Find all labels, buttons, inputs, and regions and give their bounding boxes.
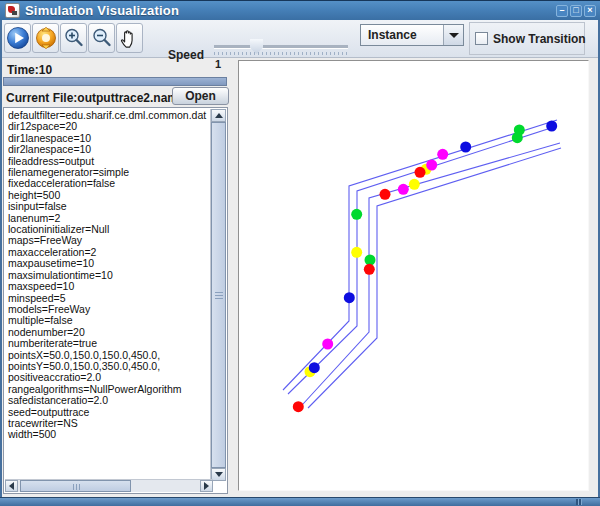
- vehicle-node[interactable]: [293, 401, 304, 412]
- lane-line: [303, 143, 560, 404]
- vehicle-node[interactable]: [546, 121, 557, 132]
- vertical-scrollbar-thumb[interactable]: [211, 122, 226, 468]
- horizontal-scrollbar[interactable]: [5, 479, 213, 492]
- parameter-item[interactable]: multiple=false: [8, 315, 211, 326]
- vehicle-node[interactable]: [409, 179, 420, 190]
- parameter-item[interactable]: numberiterate=true: [8, 338, 211, 349]
- speed-label: Speed: [168, 48, 204, 62]
- zoom-in-button[interactable]: [60, 23, 87, 53]
- scroll-left-button[interactable]: [5, 480, 18, 492]
- zoom-out-icon: [90, 26, 114, 50]
- pan-button[interactable]: [116, 23, 143, 53]
- thumb-grip: [215, 295, 223, 296]
- vehicle-node[interactable]: [415, 167, 426, 178]
- vertical-scrollbar[interactable]: [210, 109, 226, 481]
- zoom-in-icon: [62, 26, 86, 50]
- instance-dropdown[interactable]: Instance: [360, 24, 464, 46]
- vehicle-node[interactable]: [351, 209, 362, 220]
- title-bar[interactable]: Simulation Visualization – □ ×: [0, 0, 600, 20]
- vehicle-node[interactable]: [437, 149, 448, 160]
- open-button[interactable]: Open: [172, 87, 229, 105]
- refresh-icon: [34, 26, 58, 50]
- app-icon: [5, 3, 20, 18]
- scroll-down-button[interactable]: [211, 468, 226, 481]
- horizontal-scrollbar-thumb[interactable]: [20, 480, 131, 492]
- arrow-right-icon: [204, 482, 209, 490]
- vehicle-node[interactable]: [426, 160, 437, 171]
- speed-slider-ticks: [214, 52, 348, 55]
- vehicle-node[interactable]: [351, 247, 362, 258]
- minimize-button[interactable]: –: [556, 5, 568, 17]
- dropdown-arrow-button[interactable]: [443, 25, 463, 45]
- tick-label-1: 1: [215, 58, 221, 70]
- parameter-item[interactable]: isinput=false: [8, 201, 211, 212]
- speed-slider-track[interactable]: [214, 45, 348, 49]
- show-transition-checkbox[interactable]: [475, 32, 488, 45]
- refresh-button[interactable]: [32, 23, 59, 53]
- transition-panel: Show Transition: [469, 22, 585, 55]
- parameter-item[interactable]: maxspeed=10: [8, 281, 211, 292]
- vehicle-node[interactable]: [380, 189, 391, 200]
- vehicle-node[interactable]: [512, 132, 523, 143]
- close-button[interactable]: ×: [584, 5, 596, 17]
- app-window: Simulation Visualization – □ ×: [0, 0, 600, 506]
- parameter-item[interactable]: dir2lanespace=10: [8, 144, 211, 155]
- time-label: Time:10: [7, 63, 52, 77]
- current-file-label: Current File:outputtrace2.nam: [6, 91, 178, 105]
- show-transition-label: Show Transition: [493, 32, 586, 46]
- parameter-list: defaultfilter=edu.sharif.ce.dml.common.d…: [5, 109, 211, 441]
- arrow-left-icon: [9, 482, 14, 490]
- thumb-grip: [76, 484, 77, 490]
- resize-grip[interactable]: [576, 499, 582, 505]
- freeway-visualization: [239, 61, 588, 490]
- chevron-down-icon: [449, 33, 459, 38]
- parameter-item[interactable]: maxpausetime=10: [8, 258, 211, 269]
- instance-dropdown-value: Instance: [368, 28, 417, 42]
- window-title: Simulation Visualization: [25, 3, 179, 18]
- vehicle-node[interactable]: [364, 264, 375, 275]
- vehicle-node[interactable]: [460, 142, 471, 153]
- maximize-button[interactable]: □: [570, 5, 582, 17]
- simulation-canvas[interactable]: [238, 60, 589, 491]
- time-progress-bar: [3, 77, 227, 86]
- window-left-border: [0, 20, 2, 497]
- zoom-out-button[interactable]: [88, 23, 115, 53]
- toolbar: Speed 1 10 20 Max Instance Show Transiti…: [2, 20, 598, 58]
- play-button[interactable]: [4, 23, 31, 53]
- arrow-up-icon: [215, 113, 223, 118]
- vehicle-node[interactable]: [322, 339, 333, 350]
- lane-line: [283, 120, 557, 390]
- vehicle-node[interactable]: [309, 362, 320, 373]
- play-icon: [6, 26, 30, 50]
- vehicle-node[interactable]: [344, 292, 355, 303]
- scroll-up-button[interactable]: [211, 109, 226, 122]
- parameter-list-panel: defaultfilter=edu.sharif.ce.dml.common.d…: [3, 107, 228, 494]
- lane-line: [308, 148, 561, 408]
- vehicle-node[interactable]: [398, 184, 409, 195]
- scroll-right-button[interactable]: [200, 480, 213, 492]
- parameter-item[interactable]: safedistanceratio=2.0: [8, 395, 211, 406]
- hand-icon: [118, 27, 141, 50]
- window-bottom-border: [0, 497, 600, 506]
- arrow-down-icon: [215, 472, 223, 477]
- parameter-list-viewport: defaultfilter=edu.sharif.ce.dml.common.d…: [5, 109, 211, 481]
- parameter-item[interactable]: width=500: [8, 429, 211, 440]
